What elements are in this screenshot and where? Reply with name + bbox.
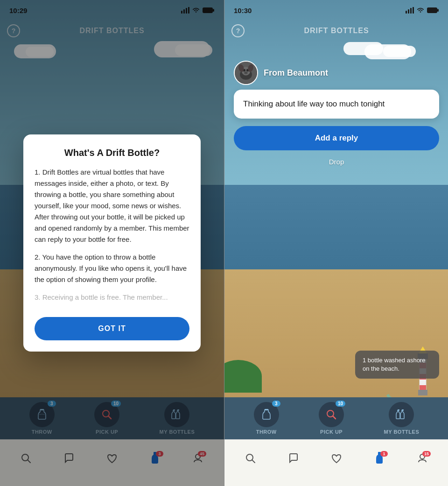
svg-rect-42 <box>398 409 399 411</box>
svg-rect-39 <box>265 409 268 410</box>
right-throw-label: THROW <box>256 429 277 435</box>
modal-paragraph-3: 3. Receiving a bottle is free. The membe… <box>35 292 189 303</box>
right-status-bar: 10:30 <box>224 0 448 21</box>
right-bottle-nav-badge: 1 <box>380 451 388 457</box>
right-profile-nav-badge: 15 <box>422 451 431 457</box>
sender-avatar <box>234 61 258 85</box>
right-pickup-icon-circle: 10 <box>319 402 344 427</box>
modal-paragraph-2: 2. You have the option to throw a bottle… <box>35 252 189 285</box>
right-throw-icon-circle: 3 <box>254 402 279 427</box>
right-nav-messages[interactable] <box>287 452 300 465</box>
avatar-image <box>235 62 257 84</box>
right-wifi-icon <box>416 7 425 14</box>
right-search-icon <box>244 452 257 465</box>
right-help-button[interactable]: ? <box>231 24 245 37</box>
notification-text: 1 bottle washed ashore on the beach. <box>363 357 425 372</box>
right-mybottles-label: MY BOTTLES <box>384 429 420 435</box>
message-bubble: Thinking about life way too much tonight <box>234 90 439 119</box>
modal-title: What's A Drift Bottle? <box>35 148 189 158</box>
right-throw-button[interactable]: 3 THROW <box>254 402 279 435</box>
right-header: ? DRIFT BOTTLES <box>224 21 448 41</box>
right-mybottles-icon-circle <box>389 402 414 427</box>
right-bottom-nav: 1 15 <box>224 439 448 486</box>
svg-rect-25 <box>408 9 409 14</box>
svg-rect-27 <box>413 7 414 14</box>
right-pickup-button[interactable]: 10 PICK UP <box>319 402 344 435</box>
right-heart-icon <box>330 452 343 465</box>
got-it-button[interactable]: GOT IT <box>35 317 189 340</box>
svg-rect-43 <box>402 409 404 411</box>
svg-rect-30 <box>437 9 439 12</box>
right-nav-search[interactable] <box>244 452 257 465</box>
notification-bubble: 1 bottle washed ashore on the beach. <box>355 351 439 379</box>
modal-paragraph-1: 1. Drift Bottles are virtual bottles tha… <box>35 167 189 245</box>
right-screen: 10:30 ? DRIFT BOTTLES <box>224 0 448 486</box>
right-mybottles-icon <box>394 408 409 421</box>
right-pickup-label: PICK UP <box>320 429 343 435</box>
svg-rect-22 <box>418 390 427 395</box>
right-action-bar: 3 THROW 10 PICK UP <box>224 397 448 439</box>
right-bottle-throw-icon <box>260 408 273 421</box>
right-nav-profile[interactable]: 15 <box>416 452 429 465</box>
message-header: From Beaumont <box>234 61 439 85</box>
svg-rect-26 <box>410 8 412 14</box>
sender-name: From Beaumont <box>264 68 328 78</box>
svg-line-45 <box>252 460 255 463</box>
right-battery-icon <box>427 7 439 14</box>
modal-overlay: What's A Drift Bottle? 1. Drift Bottles … <box>0 0 224 486</box>
message-card-container: From Beaumont Thinking about life way to… <box>234 61 439 166</box>
right-status-icons <box>406 7 439 14</box>
right-nav-heart[interactable] <box>330 452 343 465</box>
right-pickup-badge: 10 <box>336 401 345 407</box>
right-pickup-icon <box>325 408 338 421</box>
svg-line-41 <box>333 416 336 419</box>
add-reply-button[interactable]: Add a reply <box>234 126 439 150</box>
right-signal-icon <box>406 7 414 14</box>
left-screen: 10:29 ? <box>0 0 224 486</box>
svg-rect-29 <box>427 8 436 13</box>
svg-point-36 <box>244 71 247 74</box>
message-text: Thinking about life way too much tonight <box>243 98 430 110</box>
right-status-time: 10:30 <box>234 7 252 14</box>
right-messages-icon <box>287 452 300 465</box>
drop-label: Drop <box>234 158 439 166</box>
right-throw-badge: 3 <box>272 401 280 407</box>
right-nav-bottle[interactable]: 1 <box>373 452 386 465</box>
right-mybottles-button[interactable]: MY BOTTLES <box>384 402 420 435</box>
svg-rect-24 <box>406 11 407 14</box>
drift-bottle-modal: What's A Drift Bottle? 1. Drift Bottles … <box>23 134 201 352</box>
right-header-title: DRIFT BOTTLES <box>304 27 369 35</box>
